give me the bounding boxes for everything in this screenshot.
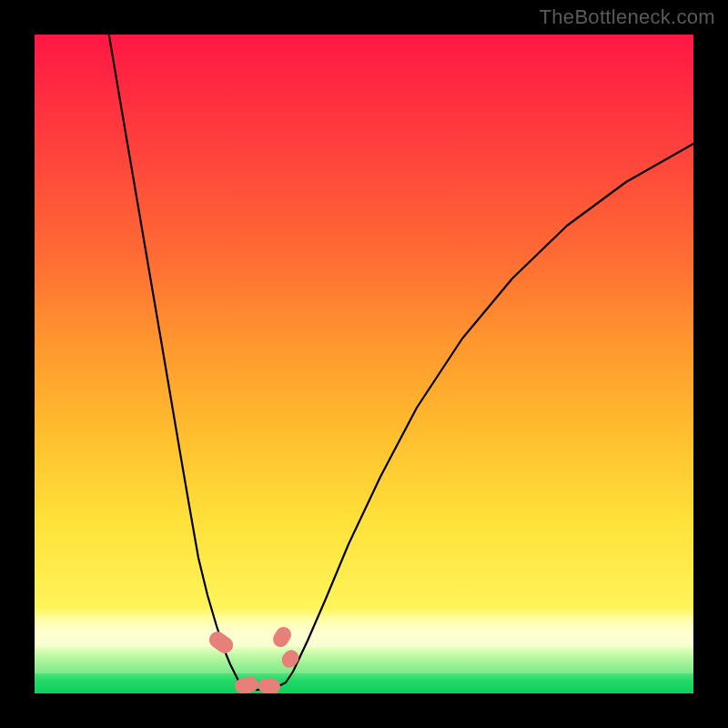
background-gradient — [35, 35, 693, 693]
gradient-green — [35, 673, 693, 693]
watermark-text: TheBottleneck.com — [540, 5, 715, 29]
gradient-light-green — [35, 647, 693, 673]
plot-area — [35, 35, 693, 693]
chart-frame: TheBottleneck.com — [0, 0, 728, 728]
gradient-pale-yellow — [35, 608, 693, 647]
marker-m3 — [258, 677, 280, 693]
gradient-red-yellow — [35, 35, 693, 608]
